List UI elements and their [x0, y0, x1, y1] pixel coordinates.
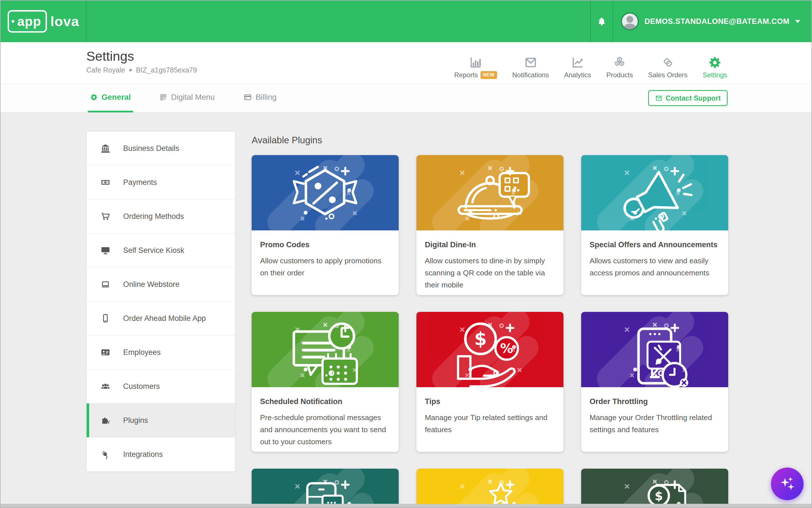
nav-item-reports[interactable]: ReportsNEW — [454, 56, 497, 79]
sidebar-item-label: Integrations — [123, 450, 163, 459]
sidebar-item-label: Plugins — [123, 416, 148, 425]
plugin-card-partial-2[interactable] — [416, 469, 564, 508]
tab-label: Billing — [256, 93, 277, 102]
account-email: DEMOS.STANDALONE@BATEAM.COM — [645, 17, 789, 26]
plugin-card-promo-codes[interactable]: Promo Codes Allow customers to apply pro… — [252, 155, 399, 295]
window-bottom-edge — [1, 504, 811, 507]
notifications-bell-button[interactable] — [590, 1, 613, 42]
gear-icon — [90, 93, 98, 101]
users-icon — [100, 381, 111, 391]
nav-label: Products — [607, 71, 633, 79]
plugin-card-digital-dine-in[interactable]: Digital Dine-In Allow customers to dine-… — [416, 155, 564, 295]
sidebar-item-business-details[interactable]: Business Details — [87, 131, 235, 166]
user-avatar — [621, 12, 639, 30]
nav-label: Analytics — [564, 71, 591, 79]
separator-dot — [129, 69, 132, 71]
sidebar-item-customers[interactable]: Customers — [87, 370, 235, 404]
app-window: app lova DEMOS.STANDALONE@BATEAM.COM Set… — [0, 0, 812, 508]
tab-billing[interactable]: Billing — [241, 84, 279, 113]
nav-label: Notifications — [512, 71, 549, 79]
tab-general[interactable]: General — [88, 84, 133, 113]
sidebar-item-label: Self Service Kiosk — [123, 246, 185, 255]
sidebar-item-ordering-methods[interactable]: Ordering Methods — [87, 200, 235, 234]
assistant-fab-button[interactable] — [771, 468, 804, 500]
envelope-icon — [524, 56, 537, 69]
qr-code-icon — [159, 93, 167, 101]
hand-coins-icon — [416, 312, 564, 387]
sidebar-item-integrations[interactable]: Integrations — [87, 437, 235, 471]
sidebar-item-payments[interactable]: 1 Payments — [87, 166, 235, 200]
plugin-card-grid: Promo Codes Allow customers to apply pro… — [252, 155, 728, 508]
plugin-card-partial-1[interactable] — [252, 469, 399, 508]
tab-digital-menu[interactable]: Digital Menu — [157, 84, 217, 113]
content-area: Business Details 1 Payments Ordering Met… — [1, 113, 811, 507]
sidebar-item-label: Ordering Methods — [123, 212, 184, 221]
phone-utensils-clock-icon — [581, 312, 728, 387]
contact-support-label: Contact Support — [665, 94, 721, 102]
plugin-card-title: Scheduled Notification — [260, 397, 390, 406]
id-card-icon — [100, 347, 111, 357]
nav-item-settings[interactable]: Settings — [703, 56, 727, 79]
plugin-card-partial-3[interactable] — [581, 469, 728, 508]
plugin-card-description: Manage your Tip related settings and fea… — [425, 412, 555, 436]
contact-support-button[interactable]: Contact Support — [648, 90, 728, 106]
phone-megaphone-chat-icon — [252, 469, 399, 508]
nav-item-sales-orders[interactable]: Sales Orders — [648, 56, 688, 79]
settings-tab-bar: General Digital Menu Billing Contact Sup… — [1, 83, 811, 113]
money-bill-icon: 1 — [100, 177, 111, 187]
plugin-card-description: Manage your Order Throttling related set… — [590, 412, 720, 436]
megaphone-icon — [581, 155, 728, 230]
shopping-cart-icon — [100, 211, 111, 221]
credit-card-icon — [243, 93, 252, 101]
envelope-icon — [655, 94, 662, 102]
business-id: BIZ_a1gs785exa79 — [136, 66, 197, 74]
account-menu[interactable]: DEMOS.STANDALONE@BATEAM.COM — [613, 1, 811, 42]
puzzle-icon — [100, 415, 111, 425]
new-badge: NEW — [480, 71, 497, 79]
logo-phone-icon: app — [8, 10, 47, 33]
plugin-card-special-offers[interactable]: Special Offers and Announcements Allows … — [581, 155, 728, 295]
available-plugins-heading: Available Plugins — [252, 135, 322, 145]
page-title-block: Settings Cafe Royale BIZ_a1gs785exa79 — [86, 48, 197, 74]
promo-percent-badge-icon — [252, 155, 399, 230]
sparkles-icon — [778, 474, 797, 493]
ticket-icon — [661, 56, 674, 69]
sidebar-item-self-service-kiosk[interactable]: Self Service Kiosk — [87, 234, 235, 267]
nav-item-analytics[interactable]: Analytics — [564, 56, 591, 79]
tab-label: General — [102, 93, 131, 102]
plugin-card-title: Digital Dine-In — [425, 241, 555, 249]
sidebar-item-plugins[interactable]: Plugins — [87, 404, 235, 437]
page-header: Settings Cafe Royale BIZ_a1gs785exa79 Re… — [1, 42, 811, 83]
chevron-down-icon — [795, 20, 800, 26]
nav-label: Settings — [703, 71, 727, 79]
sidebar-item-order-ahead-mobile-app[interactable]: Order Ahead Mobile App — [87, 301, 235, 336]
sidebar-item-label: Payments — [123, 178, 157, 187]
sidebar-item-label: Order Ahead Mobile App — [123, 314, 206, 323]
primary-nav: ReportsNEW Notifications Analytics Produ… — [454, 56, 812, 83]
cubes-icon — [613, 56, 626, 69]
sidebar-item-label: Customers — [123, 382, 160, 391]
plugin-card-order-throttling[interactable]: Order Throttling Manage your Order Throt… — [581, 312, 728, 452]
plugin-card-description: Allows customers to view and easily acce… — [590, 255, 720, 279]
page-title: Settings — [86, 48, 197, 64]
settings-sidebar: Business Details 1 Payments Ordering Met… — [86, 131, 235, 472]
plugin-card-tips[interactable]: Tips Manage your Tip related settings an… — [416, 312, 564, 452]
breadcrumb: Cafe Royale BIZ_a1gs785exa79 — [86, 66, 197, 74]
top-bar: app lova DEMOS.STANDALONE@BATEAM.COM — [1, 1, 811, 42]
applova-logo[interactable]: app lova — [1, 1, 86, 42]
plugin-card-title: Order Throttling — [590, 397, 720, 406]
sidebar-item-online-webstore[interactable]: Online Webstore — [87, 267, 235, 301]
bell-icon — [596, 16, 607, 27]
plugin-card-scheduled-notification[interactable]: Scheduled Notification Pre-schedule prom… — [252, 312, 399, 452]
desktop-icon — [100, 245, 111, 255]
nav-item-products[interactable]: Products — [607, 56, 633, 79]
nav-label: Reports — [454, 71, 478, 79]
svg-text:1: 1 — [105, 181, 106, 184]
top-bar-right: DEMOS.STANDALONE@BATEAM.COM — [590, 1, 811, 42]
laptop-icon — [100, 279, 111, 289]
gear-icon — [708, 56, 722, 69]
plugin-card-title: Tips — [425, 397, 555, 406]
sidebar-item-employees[interactable]: Employees — [87, 336, 235, 370]
bank-icon — [100, 143, 111, 154]
nav-item-notifications[interactable]: Notifications — [512, 56, 549, 79]
